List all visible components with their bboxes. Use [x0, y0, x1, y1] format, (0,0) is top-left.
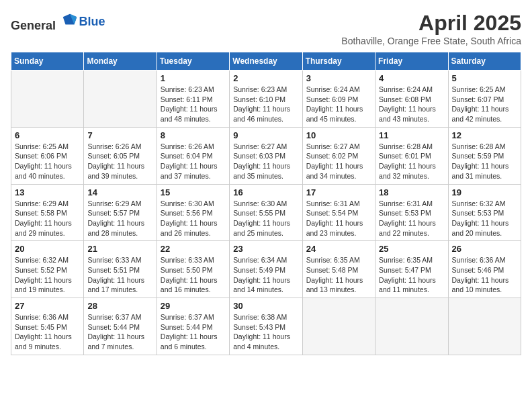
calendar-cell: 13Sunrise: 6:29 AM Sunset: 5:58 PM Dayli…: [11, 184, 84, 241]
day-info: Sunrise: 6:23 AM Sunset: 6:11 PM Dayligh…: [161, 85, 226, 124]
day-info: Sunrise: 6:36 AM Sunset: 5:45 PM Dayligh…: [15, 312, 80, 352]
day-info: Sunrise: 6:33 AM Sunset: 5:51 PM Dayligh…: [87, 255, 152, 295]
weekday-header-tuesday: Tuesday: [157, 52, 229, 71]
calendar-cell: 14Sunrise: 6:29 AM Sunset: 5:57 PM Dayli…: [84, 184, 157, 241]
calendar-cell: 29Sunrise: 6:37 AM Sunset: 5:44 PM Dayli…: [157, 298, 229, 355]
header: General Blue April 2025 Bothaville, Oran…: [11, 11, 521, 46]
day-number: 1: [161, 73, 226, 83]
calendar-cell: 21Sunrise: 6:33 AM Sunset: 5:51 PM Dayli…: [84, 241, 157, 298]
calendar-cell: 11Sunrise: 6:28 AM Sunset: 6:01 PM Dayli…: [375, 127, 448, 184]
day-info: Sunrise: 6:26 AM Sunset: 6:05 PM Dayligh…: [87, 142, 152, 181]
calendar-cell: [84, 71, 157, 128]
day-info: Sunrise: 6:37 AM Sunset: 5:44 PM Dayligh…: [87, 312, 152, 352]
day-info: Sunrise: 6:30 AM Sunset: 5:55 PM Dayligh…: [233, 199, 298, 238]
day-info: Sunrise: 6:25 AM Sunset: 6:06 PM Dayligh…: [15, 142, 80, 181]
day-info: Sunrise: 6:32 AM Sunset: 5:52 PM Dayligh…: [15, 255, 80, 295]
calendar-cell: [375, 298, 448, 355]
day-number: 22: [161, 244, 226, 254]
week-row-0: 1Sunrise: 6:23 AM Sunset: 6:11 PM Daylig…: [11, 71, 521, 128]
weekday-header-friday: Friday: [375, 52, 448, 71]
calendar-cell: 28Sunrise: 6:37 AM Sunset: 5:44 PM Dayli…: [84, 298, 157, 355]
day-number: 16: [233, 187, 298, 197]
week-row-1: 6Sunrise: 6:25 AM Sunset: 6:06 PM Daylig…: [11, 127, 521, 184]
calendar-cell: 2Sunrise: 6:23 AM Sunset: 6:10 PM Daylig…: [230, 71, 302, 128]
calendar-cell: 12Sunrise: 6:28 AM Sunset: 5:59 PM Dayli…: [448, 127, 521, 184]
day-number: 26: [452, 244, 517, 254]
calendar-table: SundayMondayTuesdayWednesdayThursdayFrid…: [11, 52, 521, 355]
calendar-cell: 25Sunrise: 6:35 AM Sunset: 5:47 PM Dayli…: [375, 241, 448, 298]
month-title: April 2025: [341, 11, 521, 36]
logo-icon: [60, 11, 79, 30]
calendar-cell: [302, 298, 375, 355]
day-info: Sunrise: 6:27 AM Sunset: 6:02 PM Dayligh…: [306, 142, 371, 181]
week-row-2: 13Sunrise: 6:29 AM Sunset: 5:58 PM Dayli…: [11, 184, 521, 241]
weekday-header-monday: Monday: [84, 52, 157, 71]
day-info: Sunrise: 6:34 AM Sunset: 5:49 PM Dayligh…: [233, 255, 298, 295]
day-number: 25: [379, 244, 444, 254]
day-info: Sunrise: 6:23 AM Sunset: 6:10 PM Dayligh…: [233, 85, 298, 124]
day-number: 29: [161, 301, 226, 311]
calendar-cell: 9Sunrise: 6:27 AM Sunset: 6:03 PM Daylig…: [230, 127, 302, 184]
weekday-header-sunday: Sunday: [11, 52, 84, 71]
day-number: 4: [379, 73, 444, 83]
calendar-cell: 6Sunrise: 6:25 AM Sunset: 6:06 PM Daylig…: [11, 127, 84, 184]
day-number: 21: [87, 244, 152, 254]
calendar-cell: 16Sunrise: 6:30 AM Sunset: 5:55 PM Dayli…: [230, 184, 302, 241]
day-number: 24: [306, 244, 371, 254]
day-number: 30: [233, 301, 298, 311]
day-number: 11: [379, 130, 444, 140]
weekday-header-row: SundayMondayTuesdayWednesdayThursdayFrid…: [11, 52, 521, 71]
day-number: 14: [87, 187, 152, 197]
day-number: 17: [306, 187, 371, 197]
day-number: 9: [233, 130, 298, 140]
day-info: Sunrise: 6:31 AM Sunset: 5:54 PM Dayligh…: [306, 199, 371, 238]
calendar-cell: 18Sunrise: 6:31 AM Sunset: 5:53 PM Dayli…: [375, 184, 448, 241]
day-number: 6: [15, 130, 80, 140]
day-info: Sunrise: 6:32 AM Sunset: 5:53 PM Dayligh…: [452, 199, 517, 238]
day-info: Sunrise: 6:26 AM Sunset: 6:04 PM Dayligh…: [161, 142, 226, 181]
calendar-cell: 4Sunrise: 6:24 AM Sunset: 6:08 PM Daylig…: [375, 71, 448, 128]
day-number: 18: [379, 187, 444, 197]
day-number: 13: [15, 187, 80, 197]
day-info: Sunrise: 6:28 AM Sunset: 6:01 PM Dayligh…: [379, 142, 444, 181]
week-row-4: 27Sunrise: 6:36 AM Sunset: 5:45 PM Dayli…: [11, 298, 521, 355]
day-info: Sunrise: 6:27 AM Sunset: 6:03 PM Dayligh…: [233, 142, 298, 181]
title-area: April 2025 Bothaville, Orange Free State…: [341, 11, 521, 46]
day-number: 5: [452, 73, 517, 83]
logo: General Blue: [11, 11, 105, 33]
weekday-header-saturday: Saturday: [448, 52, 521, 71]
calendar-cell: [11, 71, 84, 128]
calendar-cell: 27Sunrise: 6:36 AM Sunset: 5:45 PM Dayli…: [11, 298, 84, 355]
day-info: Sunrise: 6:28 AM Sunset: 5:59 PM Dayligh…: [452, 142, 517, 181]
calendar-cell: 17Sunrise: 6:31 AM Sunset: 5:54 PM Dayli…: [302, 184, 375, 241]
week-row-3: 20Sunrise: 6:32 AM Sunset: 5:52 PM Dayli…: [11, 241, 521, 298]
logo-text-general: General: [11, 19, 56, 32]
calendar-cell: 23Sunrise: 6:34 AM Sunset: 5:49 PM Dayli…: [230, 241, 302, 298]
logo-text-blue: Blue: [79, 15, 105, 28]
day-number: 20: [15, 244, 80, 254]
weekday-header-thursday: Thursday: [302, 52, 375, 71]
day-info: Sunrise: 6:24 AM Sunset: 6:09 PM Dayligh…: [306, 85, 371, 124]
day-info: Sunrise: 6:30 AM Sunset: 5:56 PM Dayligh…: [161, 199, 226, 238]
calendar-cell: 7Sunrise: 6:26 AM Sunset: 6:05 PM Daylig…: [84, 127, 157, 184]
location-title: Bothaville, Orange Free State, South Afr…: [341, 36, 521, 46]
calendar-cell: 20Sunrise: 6:32 AM Sunset: 5:52 PM Dayli…: [11, 241, 84, 298]
calendar-cell: 10Sunrise: 6:27 AM Sunset: 6:02 PM Dayli…: [302, 127, 375, 184]
calendar-cell: [448, 298, 521, 355]
day-info: Sunrise: 6:37 AM Sunset: 5:44 PM Dayligh…: [161, 312, 226, 352]
day-number: 2: [233, 73, 298, 83]
day-info: Sunrise: 6:31 AM Sunset: 5:53 PM Dayligh…: [379, 199, 444, 238]
day-info: Sunrise: 6:38 AM Sunset: 5:43 PM Dayligh…: [233, 312, 298, 352]
calendar-cell: 1Sunrise: 6:23 AM Sunset: 6:11 PM Daylig…: [157, 71, 229, 128]
calendar-cell: 19Sunrise: 6:32 AM Sunset: 5:53 PM Dayli…: [448, 184, 521, 241]
day-number: 3: [306, 73, 371, 83]
day-info: Sunrise: 6:29 AM Sunset: 5:58 PM Dayligh…: [15, 199, 80, 238]
calendar-cell: 30Sunrise: 6:38 AM Sunset: 5:43 PM Dayli…: [230, 298, 302, 355]
calendar-cell: 26Sunrise: 6:36 AM Sunset: 5:46 PM Dayli…: [448, 241, 521, 298]
day-info: Sunrise: 6:25 AM Sunset: 6:07 PM Dayligh…: [452, 85, 517, 124]
calendar-cell: 5Sunrise: 6:25 AM Sunset: 6:07 PM Daylig…: [448, 71, 521, 128]
day-number: 8: [161, 130, 226, 140]
day-info: Sunrise: 6:36 AM Sunset: 5:46 PM Dayligh…: [452, 255, 517, 295]
day-number: 28: [87, 301, 152, 311]
day-number: 10: [306, 130, 371, 140]
